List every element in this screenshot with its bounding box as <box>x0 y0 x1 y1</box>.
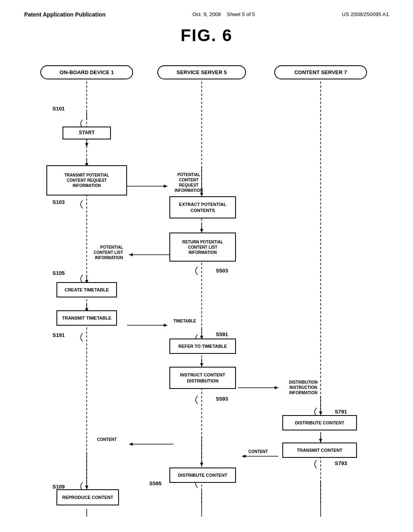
box-transmit-potential: TRANSMIT POTENTIAL CONTENT REQUEST INFOR… <box>46 165 127 195</box>
svg-marker-37 <box>129 443 133 446</box>
svg-marker-25 <box>200 363 203 367</box>
arrow-label-pcri: POTENTIAL CONTENT REQUEST INFORMATION <box>169 172 209 193</box>
fig-title: FIG. 6 <box>0 26 413 45</box>
svg-marker-27 <box>275 386 278 389</box>
svg-marker-9 <box>164 185 167 188</box>
box-instruct-distribution: INSTRUCT CONTENT DISTRIBUTION <box>169 367 236 389</box>
header-sheet: Sheet 5 of 5 <box>227 11 255 17</box>
page: Patent Application Publication Oct. 9, 2… <box>0 0 413 532</box>
arrow-pcri-text: POTENTIAL CONTENT REQUEST INFORMATION <box>175 172 203 193</box>
box-start: START <box>63 127 111 139</box>
box-extract-potential: EXTRACT POTENTIAL CONTENTS <box>169 196 236 218</box>
col-header-1: ON-BOARD DEVICE 1 <box>40 65 133 79</box>
svg-marker-21 <box>164 324 167 327</box>
header-left: Patent Application Publication <box>24 11 106 18</box>
svg-marker-31 <box>319 439 322 443</box>
step-s791: S791 <box>335 409 347 415</box>
step-s503: S503 <box>216 268 228 274</box>
box-reproduce-content: REPRODUCE CONTENT <box>56 489 119 505</box>
box-transmit-timetable: TRANSMIT TIMETABLE <box>56 310 117 326</box>
box-distribute-content-s791: DISTRIBUTE CONTENT <box>282 415 357 430</box>
box-create-timetable-text: CREATE TIMETABLE <box>65 287 109 293</box>
arrow-label-dist-instr: DISTRIBUTION INSTRUCTION INFORMATION <box>279 380 327 395</box>
box-instruct-text: INSTRUCT CONTENT DISTRIBUTION <box>180 372 225 384</box>
step-s101: S101 <box>52 106 65 112</box>
svg-marker-11 <box>200 193 203 196</box>
box-distribute-s791-text: DISTRIBUTE CONTENT <box>295 420 344 426</box>
arrow-dist-instr-text: DISTRIBUTION INSTRUCTION INFORMATION <box>289 380 317 395</box>
svg-marker-33 <box>242 455 246 458</box>
svg-marker-15 <box>129 253 133 256</box>
svg-marker-39 <box>85 486 88 489</box>
box-refer-timetable: REFER TO TIMETABLE <box>169 339 236 354</box>
box-extract-text: EXTRACT POTENTIAL CONTENTS <box>179 202 226 213</box>
header-right: US 2008/250095 A1 <box>342 11 389 17</box>
col-header-2: SERVICE SERVER 5 <box>157 65 246 79</box>
col-header-3: CONTENT SERVER 7 <box>274 65 367 79</box>
step-s103: S103 <box>52 199 65 205</box>
arrow-label-pcl: POTENTIAL CONTENT LIST INFORMATION <box>81 245 123 260</box>
box-transmit-content: TRANSMIT CONTENT <box>282 443 357 458</box>
box-create-timetable: CREATE TIMETABLE <box>56 282 117 297</box>
svg-marker-29 <box>319 411 322 415</box>
box-reproduce-text: REPRODUCE CONTENT <box>62 495 113 500</box>
box-distribute-content-s595: DISTRIBUTE CONTENT <box>169 468 236 483</box>
box-distribute-s595-text: DISTRIBUTE CONTENT <box>178 472 227 478</box>
arrow-content2-text: CONTENT <box>97 437 117 442</box>
arrow-label-timetable: TIMETABLE <box>169 318 201 324</box>
box-transmit-content-text: TRANSMIT CONTENT <box>297 447 342 453</box>
step-s191: S191 <box>52 332 65 338</box>
step-s793: S793 <box>335 460 347 466</box>
box-transmit-potential-text: TRANSMIT POTENTIAL CONTENT REQUEST INFOR… <box>64 172 109 188</box>
header-center: Oct. 9, 2008 Sheet 5 of 5 <box>192 11 255 17</box>
diagram: ON-BOARD DEVICE 1 SERVICE SERVER 5 CONTE… <box>0 57 413 521</box>
arrow-timetable-text: TIMETABLE <box>173 319 196 323</box>
svg-marker-35 <box>200 463 203 466</box>
arrow-content1-text: CONTENT <box>248 449 268 454</box>
svg-marker-13 <box>200 229 203 233</box>
step-s595: S595 <box>149 480 161 486</box>
arrow-label-content2: CONTENT <box>87 437 127 442</box>
box-transmit-timetable-text: TRANSMIT TIMETABLE <box>62 315 111 321</box>
header-date: Oct. 9, 2008 <box>192 11 221 17</box>
svg-marker-5 <box>85 143 88 147</box>
box-return-potential: RETURN POTENTIAL CONTENT LIST INFORMATIO… <box>169 233 236 262</box>
box-return-text: RETURN POTENTIAL CONTENT LIST INFORMATIO… <box>182 239 223 255</box>
box-refer-timetable-text: REFER TO TIMETABLE <box>178 343 227 349</box>
arrow-label-content1: CONTENT <box>244 449 272 454</box>
step-s109: S109 <box>52 484 65 490</box>
arrow-pcl-text: POTENTIAL CONTENT LIST INFORMATION <box>94 245 123 260</box>
header: Patent Application Publication Oct. 9, 2… <box>0 0 413 22</box>
step-s593: S593 <box>216 396 228 402</box>
step-s105: S105 <box>52 270 65 276</box>
step-s591: S591 <box>216 331 228 337</box>
